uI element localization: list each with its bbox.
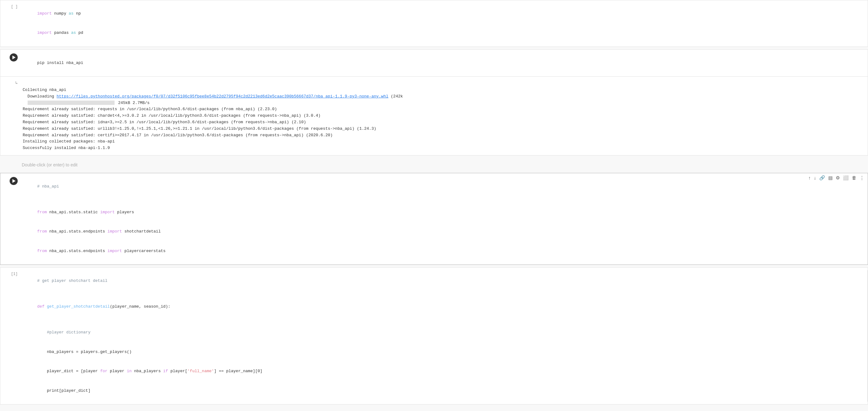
player-dict-line: player_dict = [player bbox=[37, 369, 100, 374]
from-kw-2: from bbox=[37, 229, 47, 234]
player-dict-comment: #player dictionary bbox=[37, 330, 91, 335]
expand-button[interactable]: ⬜ bbox=[842, 175, 850, 181]
divider-2 bbox=[0, 156, 868, 158]
hint-text: Double-click (or enter) to edit bbox=[22, 162, 78, 167]
installing-text: Installing collected packages: nba-api bbox=[23, 139, 115, 144]
run-triangle-icon-2 bbox=[12, 179, 16, 183]
pip-cell-code[interactable]: pip install nba_api bbox=[20, 52, 868, 74]
req-idna: Requirement already satisfied: idna<3,>=… bbox=[23, 120, 306, 125]
nba-players-text: nba_players bbox=[132, 369, 163, 374]
as-keyword-1: as bbox=[69, 11, 73, 16]
cell-toolbar: ↑ ↓ 🔗 ▤ ⚙ ⬜ 🗑 ⋮ bbox=[807, 175, 865, 181]
output-arrow: ↳ bbox=[15, 81, 18, 85]
pd-text: pd bbox=[78, 30, 83, 35]
settings-button[interactable]: ⚙ bbox=[835, 175, 841, 181]
link-button[interactable]: 🔗 bbox=[818, 175, 826, 181]
shotchart-cell-label: [1] bbox=[11, 272, 18, 276]
notebook: [ ] import numpy as np import pandas as … bbox=[0, 0, 868, 411]
stats-endpoints-path-2: nba_api.stats.endpoints bbox=[47, 249, 107, 253]
stats-static-path: nba_api.stats.static bbox=[47, 210, 100, 215]
pip-cell-gutter bbox=[0, 52, 20, 74]
np-text: np bbox=[76, 11, 81, 16]
table-button[interactable]: ▤ bbox=[827, 175, 834, 181]
as-keyword-2: as bbox=[71, 30, 76, 35]
nba-players-line: nba_players = players.get_players() bbox=[37, 350, 132, 354]
import-keyword-1: import bbox=[37, 11, 52, 16]
import-keyword-2: import bbox=[37, 30, 52, 35]
pip-install-text: pip install nba_api bbox=[37, 61, 83, 65]
in-kw: in bbox=[127, 369, 132, 374]
shotchart-cell-gutter: [1] bbox=[0, 270, 20, 402]
from-kw-3: from bbox=[37, 249, 47, 253]
downloading-text: Downloading https://files.pythonhosted.o… bbox=[23, 94, 403, 99]
import-kw-2: import bbox=[107, 229, 122, 234]
if-kw: if bbox=[163, 369, 168, 374]
progress-bar bbox=[28, 101, 115, 105]
players-import: players bbox=[115, 210, 134, 215]
import-cell-code[interactable]: import numpy as np import pandas as pd bbox=[20, 3, 868, 44]
playercareerstats-import: playercareerstats bbox=[122, 249, 165, 253]
pypi-download-link[interactable]: https://files.pythonhosted.org/packages/… bbox=[57, 94, 389, 99]
more-button[interactable]: ⋮ bbox=[859, 175, 865, 181]
import-kw-1: import bbox=[100, 210, 115, 215]
numpy-text: numpy bbox=[54, 11, 69, 16]
def-keyword: def bbox=[37, 304, 44, 309]
hint-cell: Double-click (or enter) to edit bbox=[0, 158, 868, 172]
player-compare: ] == player_name][0] bbox=[214, 369, 262, 374]
player-in-text: player bbox=[107, 369, 127, 374]
nba-api-comment: # nba_api bbox=[37, 184, 59, 189]
nba-api-run-button[interactable] bbox=[10, 177, 18, 185]
import-cell-gutter: [ ] bbox=[0, 3, 20, 44]
player-bracket: player[ bbox=[168, 369, 187, 374]
full-name-str: 'full_name' bbox=[187, 369, 214, 374]
nba-api-cell-code[interactable]: # nba_api from nba_api.stats.static impo… bbox=[20, 176, 868, 262]
req-urllib3: Requirement already satisfied: urllib3!=… bbox=[23, 126, 376, 131]
import-cell-label: [ ] bbox=[11, 5, 18, 9]
divider-1 bbox=[0, 47, 868, 50]
import-cell: [ ] import numpy as np import pandas as … bbox=[0, 0, 868, 47]
move-down-button[interactable]: ↓ bbox=[813, 175, 817, 181]
pip-output-content: Collecting nba_api Downloading https://f… bbox=[20, 79, 868, 153]
delete-button[interactable]: 🗑 bbox=[851, 175, 858, 181]
pip-install-cell: pip install nba_api bbox=[0, 50, 868, 77]
shotchart-comment: # get player shotchart detail bbox=[37, 279, 107, 283]
req-requests: Requirement already satisfied: requests … bbox=[23, 107, 277, 112]
stats-endpoints-path-1: nba_api.stats.endpoints bbox=[47, 229, 107, 234]
shotchartdetail-import: shotchartdetail bbox=[122, 229, 161, 234]
output-icon: ↳ bbox=[0, 79, 20, 153]
pip-run-button[interactable] bbox=[10, 53, 18, 61]
nba-api-cell-gutter bbox=[0, 176, 20, 262]
for-kw: for bbox=[100, 369, 107, 374]
import-kw-3: import bbox=[107, 249, 122, 253]
pandas-text: pandas bbox=[54, 30, 71, 35]
move-up-button[interactable]: ↑ bbox=[807, 175, 812, 181]
req-chardet: Requirement already satisfied: chardet<4… bbox=[23, 113, 321, 118]
req-certifi: Requirement already satisfied: certifi>=… bbox=[23, 133, 333, 137]
print-line: print[player_dict] bbox=[37, 388, 91, 393]
progress-line: 245kB 2.7MB/s bbox=[23, 101, 150, 105]
shotchart-cell[interactable]: [1] # get player shotchart detail def ge… bbox=[0, 267, 868, 405]
success-text: Successfully installed nba-api-1.1.9 bbox=[23, 146, 110, 150]
divider-3 bbox=[0, 265, 868, 267]
run-triangle-icon bbox=[12, 56, 16, 59]
shotchart-cell-code[interactable]: # get player shotchart detail def get_pl… bbox=[20, 270, 868, 402]
pip-output-cell: ↳ Collecting nba_api Downloading https:/… bbox=[0, 77, 868, 156]
function-name: get_player_shotchartdetail bbox=[47, 304, 110, 309]
collecting-text: Collecting nba_api bbox=[23, 88, 66, 92]
from-kw-1: from bbox=[37, 210, 47, 215]
func-params: (player_name, season_id): bbox=[110, 304, 170, 309]
nba-api-cell[interactable]: # nba_api from nba_api.stats.static impo… bbox=[0, 173, 868, 265]
